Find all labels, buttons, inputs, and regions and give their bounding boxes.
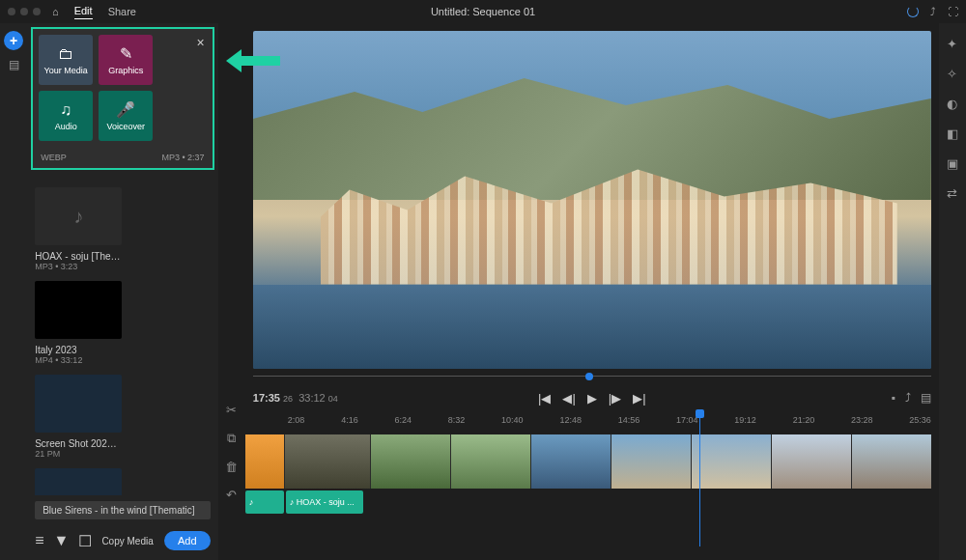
- transform-icon[interactable]: ⇄: [947, 186, 957, 201]
- ruler-tick: 23:28: [851, 415, 873, 425]
- video-clip[interactable]: [531, 434, 611, 489]
- wand-icon[interactable]: ✧: [947, 67, 957, 81]
- callout-arrow: [242, 56, 280, 66]
- audio-thumb-icon: ♪: [35, 187, 122, 245]
- ruler-tick: 10:40: [501, 415, 524, 425]
- timeline-ruler[interactable]: 2:08 4:16 6:24 8:32 10:40 12:48 14:56 17…: [245, 415, 931, 431]
- ruler-tick: 19:12: [734, 415, 756, 425]
- skip-back-icon[interactable]: |◀: [538, 391, 551, 406]
- video-preview[interactable]: [253, 31, 931, 369]
- screenshot-thumb: [35, 375, 122, 433]
- adjust-icon[interactable]: ◐: [947, 97, 957, 111]
- ruler-tick: 14:56: [618, 415, 640, 425]
- audio-clip[interactable]: ♪ HOAX - soju ...: [286, 490, 363, 514]
- scrubber-handle[interactable]: [585, 373, 593, 380]
- video-clip[interactable]: [772, 434, 851, 489]
- audio-icon: ♫: [60, 101, 71, 119]
- timeline[interactable]: ♪ ♪ HOAX - soju ...: [245, 434, 931, 531]
- media-meta: MP4 • 33:12: [35, 355, 122, 365]
- tab-edit[interactable]: Edit: [74, 5, 93, 19]
- timecode: 17:35 26 33:12 04: [253, 392, 338, 404]
- ruler-tick: 8:32: [448, 415, 466, 425]
- menu-icon[interactable]: ≡: [35, 532, 43, 549]
- document-title: Untitled: Sequence 01: [431, 6, 535, 17]
- undo-icon[interactable]: ↶: [226, 488, 237, 502]
- minimize-window[interactable]: [20, 8, 28, 15]
- microphone-icon: 🎤: [116, 100, 135, 119]
- media-item[interactable]: ♪ HOAX - soju [Themat... MP3 • 3:23: [35, 187, 122, 271]
- crop-icon[interactable]: ▣: [947, 156, 958, 171]
- now-playing-label: Blue Sirens - in the wind [Thematic]: [35, 501, 210, 519]
- skip-forward-icon[interactable]: ▶|: [633, 391, 645, 406]
- close-icon[interactable]: ×: [196, 35, 204, 50]
- checkbox-icon[interactable]: ☐: [78, 532, 92, 550]
- fullscreen-icon[interactable]: ⛶: [948, 6, 958, 17]
- media-meta: 21 PM: [35, 449, 122, 459]
- graphics-tile[interactable]: ✎ Graphics: [99, 35, 153, 85]
- frame-forward-icon[interactable]: |▶: [609, 391, 621, 406]
- video-clip[interactable]: [611, 434, 691, 489]
- media-name: Screen Shot 2023-09...: [35, 438, 122, 449]
- quality-icon[interactable]: ▤: [921, 391, 931, 405]
- media-item[interactable]: Screen Shot 2023-09... 21 PM: [35, 375, 122, 459]
- media-name: HOAX - soju [Themat...: [35, 251, 122, 262]
- play-icon[interactable]: ▶: [587, 391, 597, 406]
- video-thumb: [35, 281, 122, 339]
- playhead[interactable]: [699, 413, 700, 546]
- media-item[interactable]: Italy 2023 MP4 • 33:12: [35, 281, 122, 365]
- media-panel-icon[interactable]: ▤: [5, 56, 22, 73]
- ruler-tick: 12:48: [559, 415, 582, 425]
- audio-track[interactable]: ♪ ♪ HOAX - soju ...: [245, 490, 931, 514]
- frame-back-icon[interactable]: ◀|: [562, 391, 575, 406]
- audio-clip[interactable]: ♪: [245, 490, 284, 514]
- trash-icon[interactable]: 🗑: [225, 460, 238, 474]
- media-format: WEBP: [41, 153, 67, 162]
- sync-spinner-icon: [907, 6, 919, 17]
- voiceover-label: Voiceover: [106, 122, 145, 131]
- export-frame-icon[interactable]: ⤴: [905, 391, 911, 405]
- video-clip[interactable]: [451, 434, 530, 489]
- video-clip[interactable]: [285, 434, 370, 489]
- window-controls[interactable]: [8, 8, 41, 15]
- video-clip[interactable]: [692, 434, 771, 489]
- home-icon[interactable]: ⌂: [52, 6, 59, 17]
- close-window[interactable]: [8, 8, 15, 15]
- media-meta: MP3 • 3:23: [35, 262, 122, 271]
- screenshot-thumb: [35, 468, 122, 495]
- ruler-tick: 4:16: [341, 415, 358, 425]
- add-media-popup: × 🗀 Your Media ✎ Graphics ♫ Audio 🎤 Voic…: [31, 27, 213, 170]
- copy-media-label: Copy Media: [101, 536, 155, 546]
- your-media-label: Your Media: [44, 66, 88, 75]
- color-icon[interactable]: ◧: [947, 126, 958, 141]
- media-duration: MP3 • 2:37: [161, 153, 204, 162]
- duplicate-icon[interactable]: ⧉: [227, 431, 236, 446]
- add-button[interactable]: Add: [164, 531, 211, 550]
- graphics-icon: ✎: [120, 44, 132, 63]
- export-icon[interactable]: ⤴: [930, 6, 936, 17]
- ruler-tick: 25:36: [909, 415, 931, 425]
- maximize-window[interactable]: [33, 8, 41, 15]
- video-clip[interactable]: [245, 434, 284, 489]
- video-track[interactable]: [245, 434, 931, 489]
- add-media-button[interactable]: +: [4, 31, 23, 50]
- ruler-tick: 2:08: [288, 415, 305, 425]
- marker-icon[interactable]: ▪: [892, 391, 895, 405]
- filter-icon[interactable]: ▼: [54, 532, 70, 549]
- ruler-tick: 21:20: [793, 415, 815, 425]
- ruler-tick: 6:24: [394, 415, 412, 425]
- video-clip[interactable]: [852, 434, 931, 489]
- graphics-label: Graphics: [108, 66, 143, 75]
- tab-share[interactable]: Share: [108, 6, 136, 17]
- media-name: Italy 2023: [35, 345, 122, 355]
- scrubber[interactable]: [253, 373, 931, 378]
- media-item[interactable]: Screen Shot 2023-09... 59 PM: [35, 468, 122, 495]
- scissors-icon[interactable]: ✂: [226, 403, 237, 417]
- media-icon: 🗀: [58, 45, 73, 63]
- voiceover-tile[interactable]: 🎤 Voiceover: [99, 91, 153, 141]
- audio-tile[interactable]: ♫ Audio: [39, 91, 93, 141]
- video-clip[interactable]: [371, 434, 450, 489]
- effects-icon[interactable]: ✦: [947, 37, 957, 51]
- audio-label: Audio: [55, 122, 77, 131]
- your-media-tile[interactable]: 🗀 Your Media: [39, 35, 93, 85]
